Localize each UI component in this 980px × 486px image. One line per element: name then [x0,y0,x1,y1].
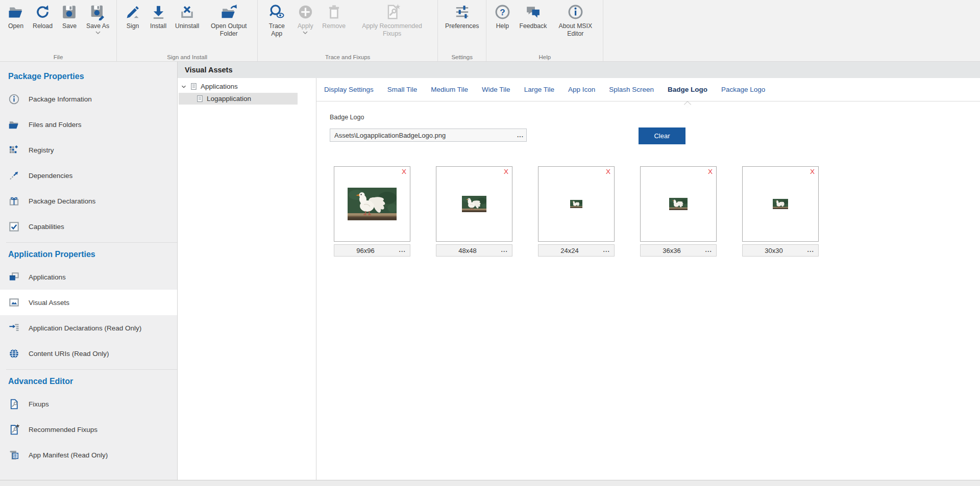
remove-asset-button[interactable]: X [606,168,610,175]
sidebar-item-registry[interactable]: Registry [0,137,177,163]
remove-asset-button[interactable]: X [810,168,815,175]
asset-tile-96x96: X 96x96 ... [334,166,410,257]
open-button[interactable]: Open [3,0,29,30]
sidebar-item-application-declarations[interactable]: Application Declarations (Read Only) [0,315,177,341]
badge-logo-path-input[interactable] [330,129,527,142]
remove-button[interactable]: Remove [318,0,350,30]
asset-preview: X [436,166,512,242]
open-output-folder-button[interactable]: Open Output Folder [203,0,254,37]
asset-size-label: 36x36 [663,247,680,254]
sidebar-item-fixups[interactable]: Fixups [0,391,177,417]
badge-logo-image [669,198,688,210]
apply-button[interactable]: Apply [292,0,318,34]
registry-icon [8,144,20,156]
remove-button-label: Remove [322,22,346,30]
chevron-down-icon[interactable] [181,84,187,90]
tab-display-settings[interactable]: Display Settings [324,78,374,101]
recommended-fixups-icon [8,424,20,436]
sidebar-item-files-and-folders[interactable]: Files and Folders [0,112,177,137]
tab-medium-tile[interactable]: Medium Tile [431,78,468,101]
sidebar-item-content-uris[interactable]: Content URIs (Read Only) [0,341,177,366]
uninstall-button[interactable]: Uninstall [171,0,203,30]
tree-node-label: Logapplication [207,95,251,103]
sidebar-item-package-information[interactable]: Package Information [0,86,177,112]
sidebar-item-recommended-fixups[interactable]: Recommended Fixups [0,417,177,442]
asset-tile-36x36: X 36x36 ... [640,166,717,257]
asset-options-button[interactable]: ... [399,245,406,255]
badge-logo-image [348,188,397,220]
visual-assets-icon [8,297,20,309]
save-as-button-label: Save As [86,22,109,30]
sidebar-divider [6,369,177,370]
tab-badge-logo[interactable]: Badge Logo [668,78,707,101]
asset-options-button[interactable]: ... [603,245,610,255]
save-button[interactable]: Save [57,0,82,30]
tree-node-applications[interactable]: Applications [178,81,316,92]
sign-button[interactable]: Sign [120,0,145,30]
remove-asset-button[interactable]: X [708,168,713,175]
save-button-label: Save [62,22,77,30]
asset-tile-48x48: X 48x48 ... [436,166,512,257]
about-msix-editor-button[interactable]: About MSIX Editor [551,0,600,37]
sidebar-item-app-manifest[interactable]: App Manifest (Read Only) [0,442,177,468]
install-button[interactable]: Install [145,0,171,30]
sign-button-label: Sign [127,22,139,30]
sidebar-item-applications[interactable]: Applications [0,264,177,290]
sidebar-item-label: Application Declarations (Read Only) [29,324,141,332]
tab-splash-screen[interactable]: Splash Screen [609,78,654,101]
asset-tile-30x30: X 30x30 ... [742,166,819,257]
trace-app-button[interactable]: Trace App [261,0,292,37]
sidebar-item-label: Fixups [29,400,49,408]
tab-large-tile[interactable]: Large Tile [524,78,554,101]
asset-options-button[interactable]: ... [501,245,508,255]
tree-node-logapplication[interactable]: Logapplication [179,93,298,105]
tab-wide-tile[interactable]: Wide Tile [482,78,510,101]
horizontal-scrollbar[interactable] [0,480,980,486]
open-output-folder-button-label: Open Output Folder [207,22,250,37]
sidebar-divider [6,242,177,243]
files-and-folders-icon [8,119,20,131]
tab-app-icon[interactable]: App Icon [568,78,595,101]
asset-options-button[interactable]: ... [705,245,712,255]
asset-preview: X [640,166,717,242]
sidebar-item-dependencies[interactable]: Dependencies [0,163,177,188]
sidebar-item-label: App Manifest (Read Only) [29,451,108,459]
visual-assets-content: Display Settings Small Tile Medium Tile … [316,78,980,480]
tree-node-label: Applications [201,83,238,90]
browse-button[interactable]: ... [517,129,524,141]
clear-button[interactable]: Clear [639,127,685,144]
help-button[interactable]: Help [489,0,515,30]
help-icon [494,4,511,20]
preferences-button[interactable]: Preferences [441,0,483,30]
sidebar-item-label: Content URIs (Read Only) [29,350,109,357]
remove-asset-button[interactable]: X [504,168,508,175]
sidebar-item-package-declarations[interactable]: Package Declarations [0,188,177,214]
sidebar-item-capabilities[interactable]: Capabilities [0,214,177,239]
about-msix-editor-icon [567,4,584,20]
asset-size-bar: 24x24 ... [538,244,615,257]
applications-icon [8,271,20,283]
uninstall-button-label: Uninstall [175,22,199,30]
remove-asset-button[interactable]: X [402,168,406,175]
sidebar-item-visual-assets[interactable]: Visual Assets [0,290,177,315]
reload-button[interactable]: Reload [29,0,57,30]
sidebar-item-label: Files and Folders [29,121,82,129]
trace-app-button-label: Trace App [265,22,288,37]
sidebar-item-label: Package Declarations [29,197,95,205]
msix-editor-window: Open Reload Save Save As File Sign [0,0,980,486]
asset-size-bar: 48x48 ... [436,244,512,257]
fixups-icon [8,398,20,410]
sidebar-item-label: Recommended Fixups [29,426,97,433]
asset-options-button[interactable]: ... [807,245,814,255]
tab-small-tile[interactable]: Small Tile [387,78,418,101]
capabilities-icon [8,221,20,233]
asset-size-bar: 96x96 ... [334,244,410,257]
badge-logo-path-field: ... [330,129,527,142]
feedback-button[interactable]: Feedback [515,0,551,30]
document-icon [196,95,204,103]
tab-package-logo[interactable]: Package Logo [721,78,765,101]
apply-recommended-fixups-button[interactable]: Apply Recommended Fixups [350,0,434,37]
sidebar-item-label: Capabilities [29,223,64,231]
save-as-button[interactable]: Save As [82,0,113,34]
chevron-down-icon [303,31,308,34]
